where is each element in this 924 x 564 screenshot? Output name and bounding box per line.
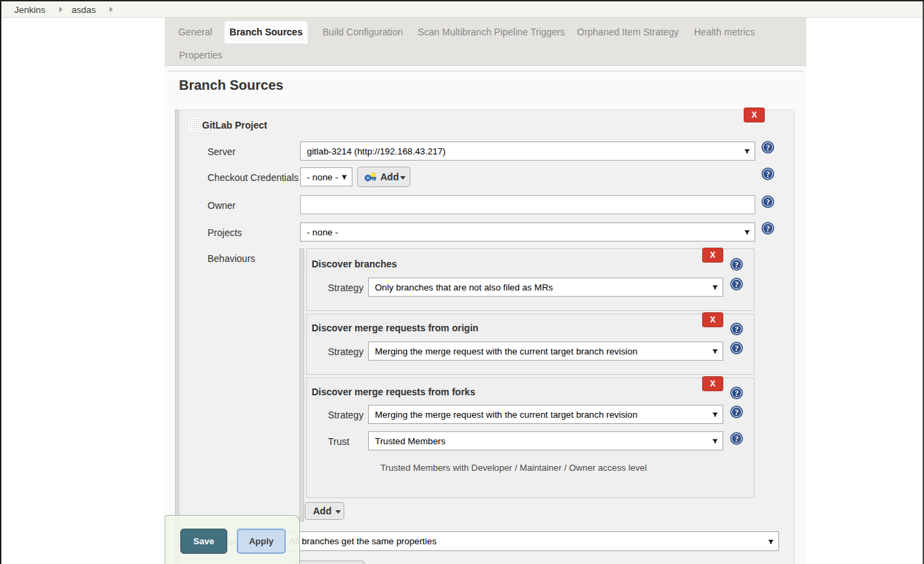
svg-text:?: ? bbox=[766, 198, 770, 206]
svg-text:?: ? bbox=[735, 389, 739, 397]
svg-text:?: ? bbox=[735, 261, 739, 269]
svg-text:?: ? bbox=[735, 435, 739, 443]
svg-text:?: ? bbox=[735, 325, 739, 333]
svg-text:?: ? bbox=[735, 408, 739, 416]
svg-text:?: ? bbox=[766, 170, 770, 178]
svg-text:?: ? bbox=[766, 225, 770, 233]
svg-text:?: ? bbox=[735, 280, 739, 288]
svg-text:?: ? bbox=[766, 144, 770, 152]
svg-text:?: ? bbox=[735, 344, 739, 352]
